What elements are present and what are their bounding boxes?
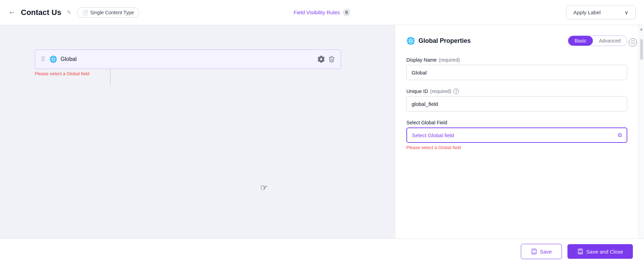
unique-id-label-text: Unique ID (406, 88, 428, 94)
display-name-group: Display Name (required) (406, 57, 627, 80)
header-center: Field Visibility Rules 0 (217, 9, 427, 16)
back-arrow-icon: ← (8, 8, 15, 16)
content-type-label: Single Content Type (90, 10, 134, 15)
globe-icon: 🌐 (49, 55, 57, 63)
display-name-required: (required) (439, 57, 460, 63)
unique-id-input[interactable] (406, 96, 627, 111)
canvas-error-text: Please select a Global field (35, 71, 395, 76)
select-global-field-input[interactable]: Select Global field ⧉ (406, 127, 627, 143)
content-type-badge[interactable]: 📄 Single Content Type (77, 7, 139, 18)
edit-icon[interactable]: ✎ (67, 9, 71, 16)
field-delete-button[interactable] (328, 56, 335, 63)
unique-id-label: Unique ID (required) ? (406, 88, 627, 94)
canvas-area: ⠿ 🌐 Global Please select a Global field (0, 25, 395, 264)
content-type-icon: 📄 (82, 10, 88, 15)
header-right: Apply Label ∨ (427, 6, 636, 20)
info-icon[interactable]: ⓘ (629, 38, 637, 47)
display-name-input[interactable] (406, 65, 627, 80)
save-close-icon (577, 248, 583, 255)
display-name-label-text: Display Name (406, 57, 437, 63)
svg-rect-2 (532, 252, 535, 254)
tab-basic[interactable]: Basic (568, 36, 593, 46)
save-close-button[interactable]: Save and Close (567, 244, 633, 259)
svg-rect-1 (533, 249, 535, 251)
header-left: ← Contact Us ✎ 📄 Single Content Type (8, 7, 217, 18)
drag-handle-icon[interactable]: ⠿ (41, 55, 45, 63)
scroll-thumb[interactable] (640, 39, 643, 60)
trash-icon (328, 56, 335, 63)
header: ← Contact Us ✎ 📄 Single Content Type Fie… (0, 0, 644, 25)
main-area: ⠿ 🌐 Global Please select a Global field (0, 25, 644, 264)
footer: Save Save and Close (0, 239, 644, 264)
panel-header: 🌐 Global Properties Basic Advanced (406, 36, 627, 46)
settings-icon (318, 56, 325, 63)
page-title: Contact Us (21, 8, 61, 17)
save-icon (531, 248, 537, 255)
select-global-field-error: Please select a Global field (406, 145, 627, 150)
field-card-name: Global (61, 56, 318, 62)
back-button[interactable]: ← (8, 8, 15, 16)
unique-id-help-icon[interactable]: ? (453, 88, 459, 94)
right-scrollbar[interactable]: ▲ ▼ (638, 25, 644, 264)
panel-globe-icon: 🌐 (406, 37, 415, 45)
scroll-up-arrow[interactable]: ▲ (639, 26, 644, 31)
field-visibility-label: Field Visibility Rules (294, 9, 340, 15)
save-button[interactable]: Save (521, 244, 562, 259)
display-name-label: Display Name (required) (406, 57, 627, 63)
apply-label-button[interactable]: Apply Label ∨ (566, 6, 636, 20)
field-settings-button[interactable] (318, 56, 325, 63)
apply-label-chevron-icon: ∨ (625, 9, 628, 16)
unique-id-group: Unique ID (required) ? (406, 88, 627, 111)
external-link-icon: ⧉ (618, 132, 622, 138)
global-field-card[interactable]: ⠿ 🌐 Global (35, 49, 341, 69)
panel-title: Global Properties (419, 37, 471, 45)
apply-label-text: Apply Label (573, 9, 601, 15)
tab-group: Basic Advanced (568, 36, 627, 46)
select-global-field-label-text: Select Global Field (406, 120, 447, 125)
svg-rect-4 (579, 249, 581, 251)
properties-panel: 🌐 Global Properties Basic Advanced Displ… (395, 25, 638, 264)
svg-rect-5 (579, 252, 582, 254)
select-global-field-placeholder: Select Global field (412, 132, 454, 138)
field-visibility-button[interactable]: Field Visibility Rules 0 (294, 9, 350, 16)
info-icon-container: ⓘ (629, 38, 637, 47)
field-card-actions (318, 56, 335, 63)
select-global-field-label: Select Global Field (406, 120, 627, 125)
select-global-field-group: Select Global Field Select Global field … (406, 120, 627, 150)
save-close-label: Save and Close (586, 249, 623, 255)
panel-title-group: 🌐 Global Properties (406, 37, 471, 45)
tab-advanced[interactable]: Advanced (593, 36, 627, 46)
save-label: Save (540, 249, 552, 255)
unique-id-required: (required) (430, 88, 451, 94)
visibility-count-badge: 0 (343, 9, 350, 16)
